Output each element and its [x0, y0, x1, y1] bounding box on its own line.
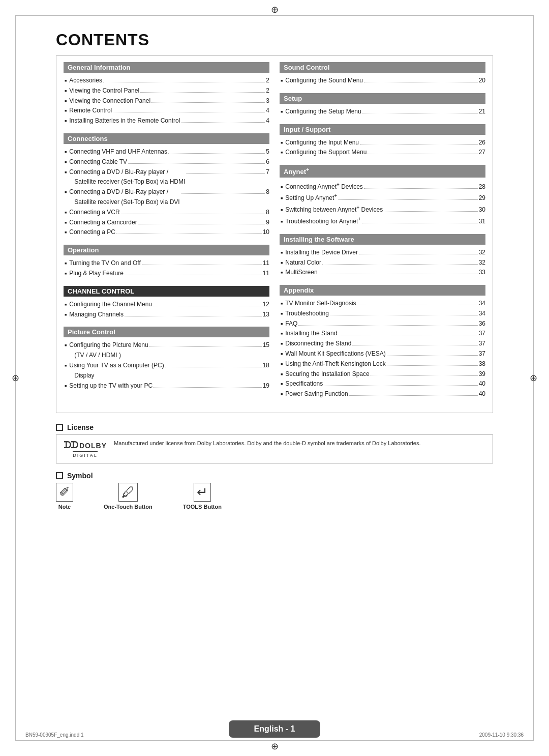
- item-dots: [352, 345, 477, 345]
- item-label: Configuring the Picture Menu (TV / AV / …: [69, 340, 148, 361]
- list-item: Disconnecting the Stand 37: [280, 339, 485, 349]
- item-page: 13: [263, 310, 269, 320]
- list-item: Configuring the Setup Menu 21: [280, 107, 485, 117]
- item-dots: [138, 224, 265, 224]
- list-item: Specifications 40: [280, 379, 485, 389]
- item-label: Setting Up Anynet+: [285, 192, 337, 203]
- section-header-input-support: Input / Support: [280, 124, 485, 135]
- item-page: 31: [479, 217, 485, 227]
- item-dots: [165, 367, 262, 367]
- list-item: Connecting a DVD / Blu-Ray player / Sate…: [64, 187, 269, 208]
- item-page: 26: [479, 138, 485, 148]
- item-page: 4: [266, 116, 269, 126]
- item-label: Connecting a Camcorder: [69, 218, 137, 228]
- item-dots: [128, 163, 265, 164]
- section-header-appendix: Appendix: [280, 285, 485, 296]
- section-sound-control: Sound Control Configuring the Sound Menu…: [280, 62, 485, 86]
- item-page: 33: [479, 268, 485, 278]
- dolby-top: ᗪᗪ DOLBY: [64, 440, 107, 451]
- list-item: Configuring the Sound Menu 20: [280, 76, 485, 86]
- item-label: FAQ: [285, 319, 297, 329]
- section-picture-control: Picture Control Configuring the Picture …: [64, 327, 269, 391]
- item-page: 37: [479, 329, 485, 339]
- section-header-installing-software: Installing the Software: [280, 234, 485, 245]
- list-item: MultiScreen 33: [280, 268, 485, 278]
- item-label: Configuring the Setup Menu: [285, 107, 361, 117]
- list-item: TV Monitor Self-Diagnosis 34: [280, 299, 485, 309]
- item-page: 5: [266, 147, 269, 157]
- item-dots: [181, 193, 265, 194]
- symbol-heading: Symbol: [56, 472, 493, 480]
- item-page: 29: [479, 193, 485, 203]
- symbol-row: ✐ Note 🖊 One-Touch Button ↵ TOOLS Button: [56, 483, 493, 510]
- item-label: Connecting a DVD / Blu-Ray player / Sate…: [69, 167, 185, 188]
- item-dots: [349, 395, 478, 396]
- list-item: Remote Control 4: [64, 106, 269, 116]
- section-installing-software: Installing the Software Installing the D…: [280, 234, 485, 278]
- item-page: 39: [479, 369, 485, 380]
- section-input-support: Input / Support Configuring the Input Me…: [280, 124, 485, 158]
- symbol-note: ✐ Note: [56, 483, 73, 510]
- item-dots: [116, 234, 262, 234]
- dolby-dd-symbol: ᗪᗪ: [64, 440, 78, 451]
- item-label: Viewing the Connection Panel: [69, 96, 150, 106]
- item-page: 38: [479, 359, 485, 369]
- symbol-label: Symbol: [67, 472, 93, 480]
- item-dots: [364, 82, 478, 82]
- item-label: Connecting Anynet+ Devices: [285, 181, 363, 192]
- list-item: Viewing the Connection Panel 3: [64, 96, 269, 106]
- item-dots: [319, 274, 478, 274]
- item-label: Natural Color: [285, 258, 321, 268]
- item-label: Connecting a PC: [69, 227, 115, 238]
- section-appendix: Appendix TV Monitor Self-Diagnosis 34 Tr…: [280, 285, 485, 399]
- item-dots: [384, 211, 477, 212]
- bottom-symbol-icon: ⊕: [271, 741, 279, 752]
- item-label: Installing the Device Driver: [285, 248, 358, 258]
- note-label: Note: [58, 504, 71, 510]
- item-dots: [362, 223, 478, 223]
- item-dots: [154, 387, 262, 388]
- item-dots: [125, 316, 262, 316]
- item-dots: [168, 153, 265, 154]
- section-general-information: General Information Accessories 2 Viewin…: [64, 62, 269, 126]
- section-anynet: Anynet+ Connecting Anynet+ Devices 28 Se…: [280, 165, 485, 227]
- list-item: Installing Batteries in the Remote Contr…: [64, 116, 269, 126]
- item-label: Wall Mount Kit Specifications (VESA): [285, 349, 386, 359]
- list-item: Using Your TV as a Computer (PC) Display…: [64, 361, 269, 381]
- list-item: Troubleshooting 34: [280, 309, 485, 319]
- list-item: Connecting a DVD / Blu-Ray player / Sate…: [64, 167, 269, 188]
- item-dots: [140, 92, 265, 93]
- item-page: 40: [479, 389, 485, 399]
- item-label: Configuring the Channel Menu: [69, 300, 152, 310]
- item-label: Installing the Stand: [285, 329, 337, 339]
- dolby-digital-text: DIGITAL: [73, 451, 97, 458]
- item-label: Troubleshooting for Anynet+: [285, 215, 361, 227]
- list-item: Configuring the Support Menu 27: [280, 148, 485, 158]
- list-item: Configuring the Picture Menu (TV / AV / …: [64, 340, 269, 361]
- license-heading: License: [56, 423, 493, 431]
- item-label: Securing the Installation Space: [285, 369, 369, 380]
- license-label: License: [67, 423, 94, 431]
- list-item: Plug & Play Feature 11: [64, 269, 269, 279]
- list-item: Turning the TV On and Off 11: [64, 258, 269, 269]
- list-item: Connecting Cable TV 6: [64, 157, 269, 167]
- item-page: 34: [479, 299, 485, 309]
- item-dots: [364, 188, 478, 189]
- item-dots: [387, 355, 478, 356]
- item-page: 9: [266, 218, 269, 228]
- section-header-connections: Connections: [64, 133, 269, 144]
- item-page: 20: [479, 76, 485, 86]
- item-page: 32: [479, 258, 485, 268]
- item-label: Configuring the Support Menu: [285, 148, 367, 158]
- item-label: Power Saving Function: [285, 389, 348, 399]
- item-page: 28: [479, 182, 485, 192]
- item-label: Connecting Cable TV: [69, 157, 127, 167]
- left-column: General Information Accessories 2 Viewin…: [64, 62, 269, 406]
- item-label: Using Your TV as a Computer (PC) Display: [69, 361, 164, 381]
- item-page: 18: [263, 361, 269, 371]
- item-dots: [357, 305, 478, 305]
- list-item: FAQ 36: [280, 319, 485, 329]
- list-item: Accessories 2: [64, 76, 269, 86]
- list-item: Using the Anti-Theft Kensington Lock 38: [280, 359, 485, 369]
- item-page: 32: [479, 248, 485, 258]
